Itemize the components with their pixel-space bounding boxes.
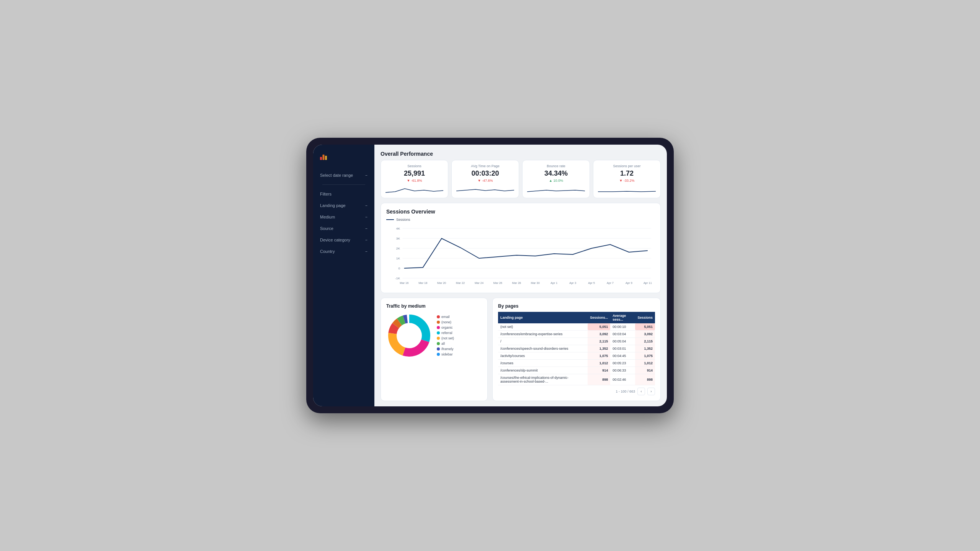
overall-performance-title: Overall Performance [381, 151, 661, 157]
sessions-per-user-value: 1.72 [598, 170, 656, 178]
bounce-rate-value: 34.34% [527, 170, 585, 178]
avg-time-value: 00:03:20 [456, 170, 514, 178]
sessions-bar-cell: 5,051 [588, 323, 610, 331]
svg-text:Mar 16: Mar 16 [400, 281, 408, 285]
sessions-bar-cell: 1,075 [588, 352, 610, 359]
overall-performance-section: Overall Performance Sessions 25,991 ▼ -6… [381, 151, 661, 198]
sidebar: Select date range − Filters Landing page… [313, 145, 374, 406]
sidebar-item-device-category[interactable]: Device category − [316, 235, 371, 245]
table-row: /activity/courses 1,075 00:04:45 1,075 [498, 352, 655, 359]
sidebar-item-medium[interactable]: Medium − [316, 212, 371, 222]
metric-card-bounce-rate: Bounce rate 34.34% ▲ 10.0% [522, 160, 590, 198]
table-row: /conferences/slp-summit 914 00:06:33 914 [498, 367, 655, 374]
sessions-bar-cell: 914 [588, 367, 610, 374]
avg-time-change: ▼ -47.6% [456, 179, 514, 183]
legend-item-organic: organic [437, 326, 454, 329]
legend-item-all: all [437, 342, 454, 346]
sessions-count-cell: 898 [635, 374, 655, 385]
col-header-sessions-bar: Sessions... [588, 312, 610, 323]
svg-rect-0 [320, 157, 322, 160]
table-footer: 1 - 100 / 663 ‹ › [498, 388, 655, 395]
legend-dot-none [437, 321, 440, 324]
avg-time-sparkline [456, 185, 514, 194]
donut-container: email (none) organic [386, 313, 482, 359]
sidebar-navigation: Select date range − Filters Landing page… [313, 170, 374, 257]
avg-session-cell: 00:06:33 [610, 367, 635, 374]
avg-session-cell: 00:05:23 [610, 359, 635, 367]
legend-item-sidebar: sidebar [437, 352, 454, 356]
table-row: /conferences/embracing-expertise-series … [498, 330, 655, 337]
page-cell: / [498, 337, 588, 345]
svg-text:4K: 4K [396, 227, 400, 230]
metric-card-avg-time: AVg Time on Page 00:03:20 ▼ -47.6% [451, 160, 519, 198]
sessions-bar-cell: 898 [588, 374, 610, 385]
sidebar-item-filters[interactable]: Filters [316, 189, 371, 199]
table-row: /courses/the-ethical-implications-of-dyn… [498, 374, 655, 385]
table-body: (not set) 5,051 00:00:10 5,051 /conferen… [498, 323, 655, 385]
svg-text:Mar 20: Mar 20 [437, 281, 446, 285]
sessions-change: ▼ -61.8% [385, 179, 443, 183]
sidebar-item-source[interactable]: Source − [316, 223, 371, 234]
main-content: Overall Performance Sessions 25,991 ▼ -6… [374, 145, 667, 406]
pagination-prev-button[interactable]: ‹ [637, 388, 645, 395]
sessions-count-cell: 1,075 [635, 352, 655, 359]
svg-text:Mar 24: Mar 24 [475, 281, 483, 285]
donut-chart [386, 313, 432, 359]
bounce-rate-change: ▲ 10.0% [527, 179, 585, 183]
traffic-by-medium-section: Traffic by medium [381, 298, 488, 401]
sessions-overview-title: Sessions Overview [386, 209, 655, 215]
table-row: (not set) 5,051 00:00:10 5,051 [498, 323, 655, 331]
svg-text:Apr 1: Apr 1 [550, 281, 557, 285]
sidebar-item-country[interactable]: Country − [316, 246, 371, 257]
tablet-screen: Select date range − Filters Landing page… [313, 145, 667, 406]
sessions-value: 25,991 [385, 170, 443, 178]
sessions-bar-cell: 3,092 [588, 330, 610, 337]
svg-text:-1K: -1K [395, 277, 400, 280]
avg-session-cell: 00:03:01 [610, 345, 635, 352]
legend-item-email: email [437, 315, 454, 319]
sessions-bar-cell: 2,115 [588, 337, 610, 345]
legend-dot-referral [437, 331, 440, 334]
avg-time-label: AVg Time on Page [456, 164, 514, 168]
svg-rect-2 [325, 156, 327, 160]
svg-text:Apr 9: Apr 9 [626, 281, 632, 285]
sessions-count-cell: 5,051 [635, 323, 655, 331]
bottom-row: Traffic by medium [381, 298, 661, 401]
avg-session-cell: 00:00:10 [610, 323, 635, 331]
legend-dot-all [437, 342, 440, 345]
legend-item-none: (none) [437, 320, 454, 324]
sidebar-item-select-date[interactable]: Select date range − [316, 170, 371, 181]
sessions-bar-cell: 1,352 [588, 345, 610, 352]
legend-dot-email [437, 315, 440, 318]
by-pages-table: Landing page Sessions... Average sess...… [498, 312, 655, 385]
metric-card-sessions-per-user: Sessions per user 1.72 ▼ -33.2% [593, 160, 661, 198]
svg-text:Mar 22: Mar 22 [456, 281, 465, 285]
sessions-count-cell: 1,012 [635, 359, 655, 367]
page-cell: /courses/the-ethical-implications-of-dyn… [498, 374, 588, 385]
sidebar-item-landing-page[interactable]: Landing page − [316, 200, 371, 211]
svg-text:0: 0 [398, 267, 400, 270]
by-pages-section: By pages Landing page Sessions... Averag… [492, 298, 661, 401]
col-header-avg-session: Average sess... [610, 312, 635, 323]
nav-divider-1 [322, 184, 365, 185]
sessions-count-cell: 1,352 [635, 345, 655, 352]
col-header-sessions: Sessions [635, 312, 655, 323]
svg-text:Mar 26: Mar 26 [493, 281, 502, 285]
bounce-rate-sparkline [527, 185, 585, 194]
tablet-frame: Select date range − Filters Landing page… [306, 138, 674, 413]
svg-text:Apr 11: Apr 11 [644, 281, 652, 285]
table-row: /conferences/speech-sound-disorders-seri… [498, 345, 655, 352]
pagination-next-button[interactable]: › [647, 388, 655, 395]
sessions-overview-section: Sessions Overview Sessions 4K 3K 2 [381, 203, 661, 293]
table-row: /courses 1,012 00:05:23 1,012 [498, 359, 655, 367]
legend-dot-organic [437, 326, 440, 329]
legend-item-referral: referral [437, 331, 454, 335]
page-cell: /conferences/embracing-expertise-series [498, 330, 588, 337]
legend-item-not-set: (not set) [437, 336, 454, 340]
svg-text:Mar 30: Mar 30 [531, 281, 540, 285]
legend-item-iframely: iframely [437, 347, 454, 351]
avg-session-cell: 00:04:45 [610, 352, 635, 359]
page-cell: (not set) [498, 323, 588, 331]
svg-text:3K: 3K [396, 237, 400, 240]
page-cell: /conferences/speech-sound-disorders-seri… [498, 345, 588, 352]
